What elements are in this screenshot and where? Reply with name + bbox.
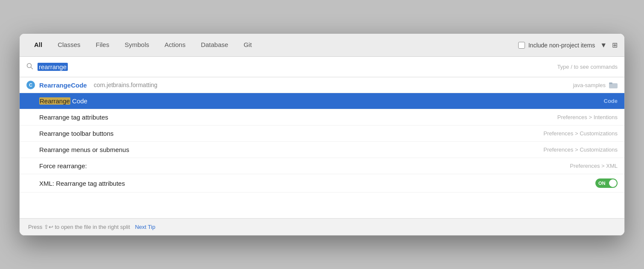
- class-badge: C: [26, 81, 35, 89]
- tab-actions[interactable]: Actions: [157, 35, 193, 55]
- toggle-label: ON: [598, 181, 606, 186]
- search-text-selected: rearrange: [38, 63, 68, 71]
- action-name-4: Force rearrange:: [39, 162, 570, 170]
- next-tip-link[interactable]: Next Tip: [135, 224, 155, 230]
- results-list: C RearrangeCode com.jetbrains.formatting…: [20, 77, 624, 218]
- toggle-on-switch[interactable]: ON: [595, 178, 618, 188]
- action-row-1[interactable]: Rearrange tag attributes Preferences > I…: [20, 109, 624, 126]
- action-row-5[interactable]: XML: Rearrange tag attributes ON: [20, 174, 624, 193]
- toggle-circle: [609, 179, 617, 187]
- class-name: RearrangeCode: [39, 82, 87, 89]
- action-path-1: Preferences > Intentions: [557, 114, 618, 120]
- svg-line-1: [31, 67, 33, 69]
- footer: Press ⇧↩ to open the file in the right s…: [20, 218, 624, 235]
- tab-right-controls: Include non-project items ▼ ⊞: [518, 41, 618, 49]
- action-row-2[interactable]: Rearrange toolbar buttons Preferences > …: [20, 126, 624, 142]
- action-rest-0: Code: [70, 97, 87, 105]
- search-icon: [26, 63, 33, 71]
- class-result-row[interactable]: C RearrangeCode com.jetbrains.formatting…: [20, 77, 624, 93]
- tab-all[interactable]: All: [26, 35, 50, 55]
- action-row-3[interactable]: Rearrange menus or submenus Preferences …: [20, 142, 624, 158]
- tab-classes[interactable]: Classes: [50, 35, 88, 55]
- include-non-project-label[interactable]: Include non-project items: [518, 42, 595, 49]
- action-path-3: Preferences > Customizations: [543, 146, 618, 153]
- action-name-2: Rearrange toolbar buttons: [39, 130, 543, 137]
- tab-database[interactable]: Database: [193, 35, 236, 55]
- tab-bar: All Classes Files Symbols Actions Databa…: [20, 34, 624, 57]
- action-path-2: Preferences > Customizations: [543, 130, 618, 137]
- action-path-0: Code: [604, 98, 618, 104]
- tab-git[interactable]: Git: [236, 35, 259, 55]
- footer-separator: [132, 224, 133, 230]
- search-hint: Type / to see commands: [557, 64, 618, 70]
- action-name-5: XML: Rearrange tag attributes: [39, 180, 595, 187]
- include-non-project-checkbox[interactable]: [518, 42, 525, 49]
- svg-rect-3: [609, 82, 612, 84]
- filter-icon[interactable]: ▼: [600, 41, 607, 49]
- window-icon[interactable]: ⊞: [612, 41, 618, 49]
- action-row-0[interactable]: Rearrange Code Code: [20, 93, 624, 109]
- action-highlight-0: Rearrange: [39, 97, 70, 105]
- footer-tip: Press ⇧↩ to open the file in the right s…: [28, 224, 130, 230]
- tab-symbols[interactable]: Symbols: [117, 35, 157, 55]
- tab-files[interactable]: Files: [88, 35, 117, 55]
- action-path-4: Preferences > XML: [570, 163, 618, 169]
- include-non-project-text: Include non-project items: [528, 42, 595, 49]
- class-row-right: java-samples: [573, 82, 618, 88]
- class-location: java-samples: [573, 82, 606, 88]
- action-name-0: Rearrange Code: [39, 97, 604, 105]
- class-package: com.jetbrains.formatting: [94, 82, 157, 88]
- search-dialog: All Classes Files Symbols Actions Databa…: [19, 33, 625, 236]
- search-bar: rearrange Type / to see commands: [20, 57, 624, 77]
- folder-icon: [609, 82, 618, 88]
- action-name-3: Rearrange menus or submenus: [39, 146, 543, 153]
- results-empty-space: [20, 193, 624, 218]
- action-row-4[interactable]: Force rearrange: Preferences > XML: [20, 158, 624, 174]
- search-input[interactable]: rearrange: [38, 63, 553, 71]
- action-name-1: Rearrange tag attributes: [39, 114, 557, 121]
